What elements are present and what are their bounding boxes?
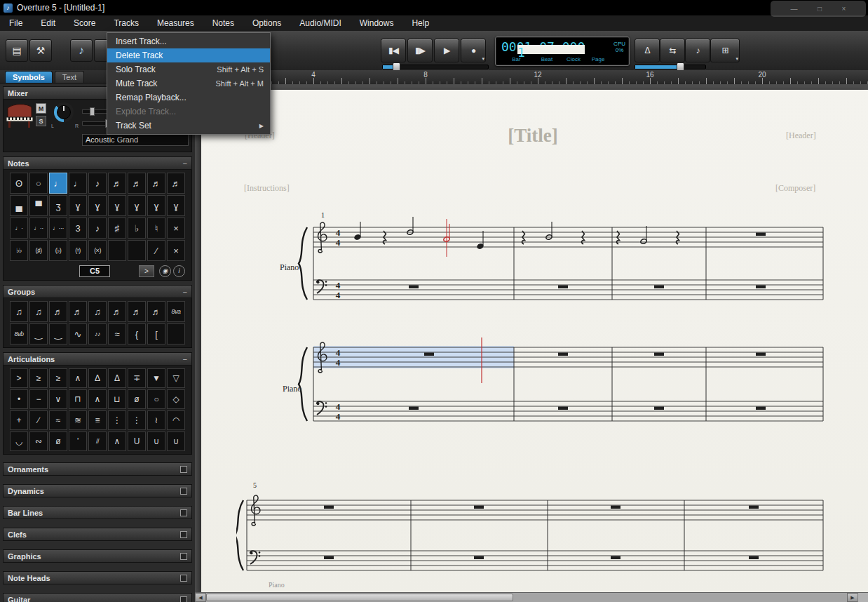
hundred-twenty-eighth-note[interactable]: ♬ [167, 173, 185, 194]
vibrato[interactable]: ≀ [147, 410, 165, 430]
beam-three[interactable]: ♬ [49, 301, 67, 322]
quarter-rest[interactable]: ʒ [49, 195, 67, 216]
octave-down[interactable]: 8vb [10, 323, 28, 345]
eighth-note[interactable]: ♪ [88, 173, 107, 194]
quarter-note[interactable]: ♩ [69, 173, 87, 194]
tremolo-one[interactable]: ≈ [49, 410, 67, 430]
scoop[interactable]: ∕ [29, 410, 48, 430]
wedge-open[interactable]: ▽ [167, 368, 185, 388]
menu-measures[interactable]: Measures [148, 15, 203, 31]
expand-icon[interactable] [180, 466, 187, 473]
collapse-icon[interactable]: − [183, 159, 187, 168]
circle-stroke[interactable]: ø [49, 432, 67, 451]
scroll-left-icon[interactable]: ◀ [195, 593, 206, 602]
double-flat[interactable]: ♭♭ [10, 240, 28, 261]
wedge[interactable]: ▼ [147, 368, 165, 388]
scroll-thumb[interactable] [206, 594, 513, 601]
horizontal-scrollbar[interactable]: ◀ ▶ [195, 592, 868, 602]
panel-guitar[interactable]: Guitar [3, 593, 192, 602]
staccato[interactable]: • [10, 389, 28, 409]
panel-graphics[interactable]: Graphics [3, 549, 192, 563]
beam-six[interactable]: ♬ [108, 301, 126, 322]
tremolo-dots[interactable]: ⋮ [108, 410, 126, 430]
menu-item-insert-track[interactable]: Insert Track... [107, 34, 270, 48]
print-button[interactable]: ▤ [6, 39, 28, 62]
sixteenth-rest[interactable]: ɣ [88, 195, 107, 216]
hundred-twenty-eighth-rest[interactable]: ɣ [147, 195, 165, 216]
menu-file[interactable]: File [0, 15, 32, 31]
bracket[interactable]: [ [147, 323, 165, 345]
sharp[interactable]: ♯ [108, 218, 126, 239]
beam-triplet[interactable]: ♬ [128, 301, 146, 322]
instrument-name-field[interactable]: Acoustic Grand [82, 134, 189, 146]
rewind-button[interactable]: ▮◀ [381, 39, 406, 62]
down-bow[interactable]: ⊓ [69, 389, 87, 409]
transport-slider[interactable] [382, 65, 489, 69]
view-grid-button[interactable]: ⊞ ▾ [710, 39, 740, 62]
panel-ornaments[interactable]: Ornaments [3, 462, 192, 476]
triplet[interactable]: 3 [69, 218, 87, 239]
notes-panel-header[interactable]: Notes − [3, 156, 192, 170]
half-open-hihat[interactable]: ø [128, 389, 146, 409]
accent[interactable]: > [10, 368, 28, 388]
instructions-placeholder[interactable]: [Instructions] [244, 183, 290, 194]
menu-item-remap-playback[interactable]: Remap Playback... [107, 91, 270, 105]
turn[interactable]: ∾ [29, 432, 48, 451]
note-entry-button[interactable]: ♪ [70, 39, 93, 62]
empty-cell[interactable] [167, 323, 185, 345]
pan-knob[interactable] [54, 102, 74, 122]
menu-tracks[interactable]: Tracks [104, 15, 148, 31]
chevron[interactable]: ∧ [108, 432, 126, 451]
tab-text[interactable]: Text [55, 71, 84, 83]
natural[interactable]: ♮ [147, 218, 165, 239]
title-placeholder[interactable]: [Title] [508, 125, 557, 147]
accent-tenuto[interactable]: ≥ [49, 368, 67, 388]
expand-icon[interactable] [180, 596, 187, 602]
globe-button[interactable]: ◉ [159, 265, 171, 277]
expand-icon[interactable] [180, 488, 187, 495]
step-input-button[interactable]: ♪ [685, 39, 710, 62]
whole-note[interactable]: ○ [29, 173, 48, 194]
double-sharp[interactable]: × [167, 218, 185, 239]
beam-group[interactable]: ♬ [147, 301, 165, 322]
marcato-open[interactable]: Δ [88, 368, 107, 388]
tools-button[interactable]: ⚒ [29, 39, 52, 62]
tempo-slider[interactable] [635, 65, 706, 69]
tenuto[interactable]: − [29, 389, 48, 409]
courtesy-double-sharp[interactable]: (×) [88, 240, 107, 261]
menu-help[interactable]: Help [402, 15, 438, 31]
whole-rest[interactable]: ▄ [10, 195, 28, 216]
articulations-panel-header[interactable]: Articulations − [3, 352, 192, 366]
marcato-staccato[interactable]: Δ [108, 368, 126, 388]
panel-bar-lines[interactable]: Bar Lines [3, 506, 192, 519]
info-button[interactable]: i [173, 265, 185, 277]
fermata-down[interactable]: ◡ [10, 432, 28, 451]
slash-notehead[interactable]: ∕ [147, 240, 165, 261]
beam-two-sixteenths[interactable]: ♫ [29, 301, 48, 322]
sixteenth-note[interactable]: ♬ [108, 173, 126, 194]
mute-button[interactable]: M [36, 103, 46, 114]
courtesy-flat[interactable]: (♭) [49, 240, 67, 261]
dotted-note[interactable]: ♩· [10, 218, 28, 239]
menu-item-mute-track[interactable]: Mute TrackShift + Alt + M [107, 76, 270, 91]
scroll-right-icon[interactable]: ▶ [847, 593, 858, 602]
play-button[interactable]: ▶ [434, 39, 459, 62]
panel-dynamics[interactable]: Dynamics [3, 484, 192, 497]
accent-staccato[interactable]: ≥ [29, 368, 48, 388]
menu-windows[interactable]: Windows [351, 15, 403, 31]
multi-rest[interactable]: ɣ [167, 195, 185, 216]
beam-four[interactable]: ♬ [69, 301, 87, 322]
half-rest[interactable]: ▀ [29, 195, 48, 216]
menu-item-track-set[interactable]: Track Set▶ [107, 119, 270, 133]
brace[interactable]: { [128, 323, 146, 345]
double-dotted-note[interactable]: ♩·· [29, 218, 48, 239]
flat[interactable]: ♭ [128, 218, 146, 239]
tenuto-staccato[interactable]: ∓ [128, 368, 146, 388]
tie[interactable]: ‿ [29, 323, 48, 345]
expand-icon[interactable] [180, 509, 187, 516]
fermata-square[interactable]: U [128, 432, 146, 451]
maximize-icon[interactable]: □ [818, 5, 822, 13]
system-1[interactable]: 444444441PianoPiano [271, 209, 832, 435]
slur[interactable]: ‿ [49, 323, 67, 345]
measure-ruler[interactable]: 48121620 [195, 70, 868, 85]
